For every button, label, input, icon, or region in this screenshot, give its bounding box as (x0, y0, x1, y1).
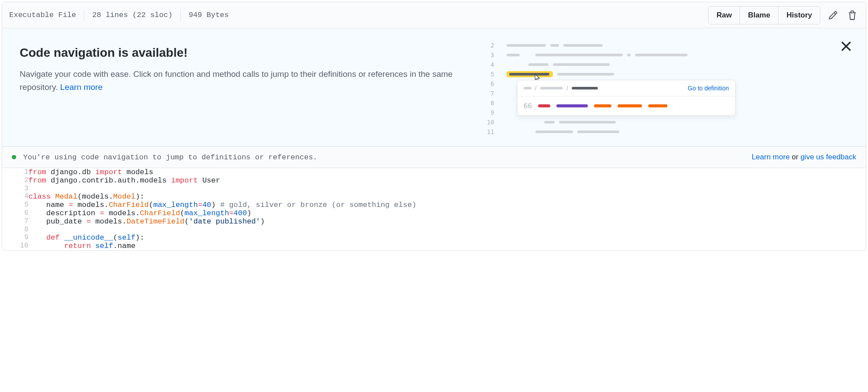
code-nav-banner: Code navigation is available! Navigate y… (2, 28, 866, 147)
code-line: 8 (2, 226, 866, 234)
code-source[interactable]: description = models.CharField(max_lengt… (28, 209, 866, 217)
pencil-icon (828, 10, 838, 20)
delete-button[interactable] (846, 9, 859, 22)
code-line: 5 name = models.CharField(max_length=40)… (2, 201, 866, 209)
file-size: 949 Bytes (181, 11, 237, 19)
line-number[interactable]: 5 (2, 201, 28, 209)
code-line: 10 return self.name (2, 242, 866, 250)
code-source[interactable] (28, 185, 866, 193)
status-links: Learn more or give us feedback (752, 153, 856, 162)
code-source[interactable]: pub_date = models.DateTimeField('date pu… (28, 217, 866, 226)
code-line: 1from django.db import models (2, 168, 866, 176)
status-message: You're using code navigation to jump to … (23, 153, 317, 162)
code-line: 6 description = models.CharField(max_len… (2, 209, 866, 217)
feedback-link[interactable]: give us feedback (800, 153, 856, 161)
line-number[interactable]: 4 (2, 193, 28, 201)
line-number[interactable]: 1 (2, 168, 28, 176)
code-source[interactable]: class Medal(models.Model): (28, 193, 866, 201)
line-number[interactable]: 2 (2, 176, 28, 185)
line-number[interactable]: 9 (2, 234, 28, 242)
status-bar: You're using code navigation to jump to … (2, 147, 866, 168)
file-header: Executable File 28 lines (22 sloc) 949 B… (2, 2, 866, 28)
code-line: 3 (2, 185, 866, 193)
executable-label: Executable File (9, 11, 84, 19)
line-number[interactable]: 6 (2, 209, 28, 217)
code-source[interactable]: name = models.CharField(max_length=40) #… (28, 201, 866, 209)
banner-learn-more-link[interactable]: Learn more (60, 83, 103, 92)
code-line: 4class Medal(models.Model): (2, 193, 866, 201)
file-action-group: Raw Blame History (708, 6, 820, 24)
code-source[interactable]: return self.name (28, 242, 866, 250)
line-number[interactable]: 8 (2, 226, 28, 234)
edit-button[interactable] (826, 9, 840, 22)
line-number[interactable]: 10 (2, 242, 28, 250)
code-line: 2from django.contrib.auth.models import … (2, 176, 866, 185)
raw-button[interactable]: Raw (708, 7, 740, 24)
code-source[interactable]: from django.contrib.auth.models import U… (28, 176, 866, 185)
banner-illustration: 2 3 4 5 6 7 8 9 10 11 / / (484, 38, 848, 137)
trash-icon (847, 10, 857, 20)
history-button[interactable]: History (778, 7, 820, 24)
status-dot-icon (12, 155, 16, 159)
code-source[interactable] (28, 226, 866, 234)
code-table: 1from django.db import models2from djang… (2, 168, 866, 250)
status-learn-more-link[interactable]: Learn more (752, 153, 790, 161)
code-line: 9 def __unicode__(self): (2, 234, 866, 242)
code-source[interactable]: def __unicode__(self): (28, 234, 866, 242)
line-number[interactable]: 3 (2, 185, 28, 193)
banner-close-button[interactable] (839, 39, 854, 55)
popover-line-number: 66 (524, 102, 532, 110)
line-count: 28 lines (22 sloc) (84, 11, 181, 19)
goto-definition-popover: / / Go to definition 66 (517, 80, 736, 116)
code-line: 7 pub_date = models.DateTimeField('date … (2, 217, 866, 226)
close-icon (840, 41, 852, 52)
goto-definition-link[interactable]: Go to definition (688, 85, 729, 92)
line-number[interactable]: 7 (2, 217, 28, 226)
banner-title: Code navigation is available! (20, 46, 484, 60)
blame-button[interactable]: Blame (740, 7, 778, 24)
banner-body: Navigate your code with ease. Click on f… (20, 68, 484, 94)
code-source[interactable]: from django.db import models (28, 168, 866, 176)
